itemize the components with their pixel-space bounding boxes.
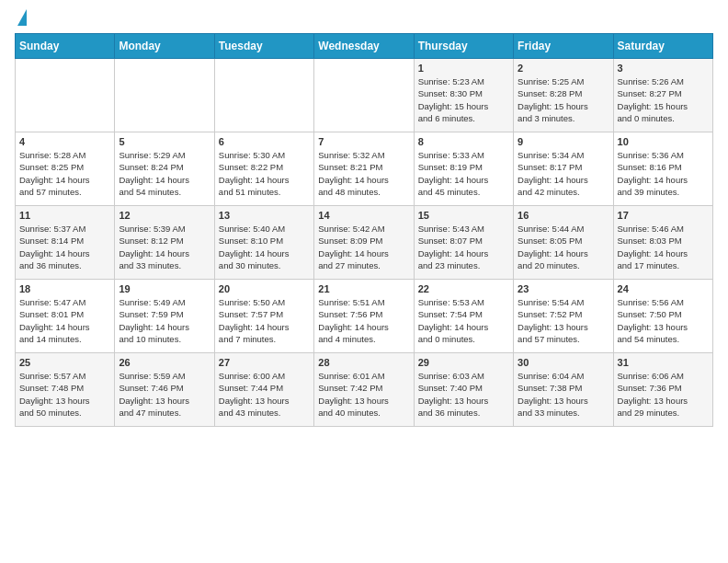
day-header-monday: Monday (115, 34, 214, 59)
calendar-cell: 15Sunrise: 5:43 AMSunset: 8:07 PMDayligh… (414, 206, 513, 280)
day-info: Sunrise: 5:25 AMSunset: 8:28 PMDaylight:… (518, 75, 609, 124)
calendar-cell: 29Sunrise: 6:03 AMSunset: 7:40 PMDayligh… (414, 353, 513, 427)
logo (15, 15, 27, 26)
day-info: Sunrise: 5:30 AMSunset: 8:22 PMDaylight:… (219, 149, 310, 198)
calendar-cell: 22Sunrise: 5:53 AMSunset: 7:54 PMDayligh… (414, 280, 513, 353)
day-number: 2 (518, 63, 609, 74)
day-number: 10 (618, 136, 709, 147)
day-number: 11 (19, 210, 110, 221)
calendar-cell: 25Sunrise: 5:57 AMSunset: 7:48 PMDayligh… (16, 353, 115, 427)
calendar-cell: 13Sunrise: 5:40 AMSunset: 8:10 PMDayligh… (214, 206, 313, 280)
calendar-cell: 12Sunrise: 5:39 AMSunset: 8:12 PMDayligh… (115, 206, 214, 280)
calendar-cell: 2Sunrise: 5:25 AMSunset: 8:28 PMDaylight… (514, 59, 613, 132)
day-info: Sunrise: 5:56 AMSunset: 7:50 PMDaylight:… (618, 296, 709, 345)
calendar-cell: 18Sunrise: 5:47 AMSunset: 8:01 PMDayligh… (16, 280, 115, 353)
day-number: 27 (219, 357, 310, 368)
calendar-header-row: SundayMondayTuesdayWednesdayThursdayFrid… (16, 34, 713, 59)
day-info: Sunrise: 5:23 AMSunset: 8:30 PMDaylight:… (418, 75, 509, 124)
calendar-cell: 19Sunrise: 5:49 AMSunset: 7:59 PMDayligh… (115, 280, 214, 353)
day-info: Sunrise: 6:03 AMSunset: 7:40 PMDaylight:… (418, 370, 509, 419)
calendar-week-row: 4Sunrise: 5:28 AMSunset: 8:25 PMDaylight… (16, 132, 713, 206)
day-info: Sunrise: 5:59 AMSunset: 7:46 PMDaylight:… (119, 370, 210, 419)
calendar-table: SundayMondayTuesdayWednesdayThursdayFrid… (15, 33, 713, 427)
day-info: Sunrise: 5:50 AMSunset: 7:57 PMDaylight:… (219, 296, 310, 345)
calendar-cell: 31Sunrise: 6:06 AMSunset: 7:36 PMDayligh… (613, 353, 712, 427)
day-number: 12 (119, 210, 210, 221)
calendar-cell: 3Sunrise: 5:26 AMSunset: 8:27 PMDaylight… (613, 59, 712, 132)
day-number: 4 (19, 136, 110, 147)
day-number: 9 (518, 136, 609, 147)
day-info: Sunrise: 5:34 AMSunset: 8:17 PMDaylight:… (518, 149, 609, 198)
calendar-cell: 5Sunrise: 5:29 AMSunset: 8:24 PMDaylight… (115, 132, 214, 206)
day-info: Sunrise: 5:42 AMSunset: 8:09 PMDaylight:… (318, 223, 409, 271)
day-header-wednesday: Wednesday (314, 34, 414, 59)
day-info: Sunrise: 5:33 AMSunset: 8:19 PMDaylight:… (418, 149, 509, 198)
calendar-cell: 20Sunrise: 5:50 AMSunset: 7:57 PMDayligh… (214, 280, 313, 353)
calendar-cell: 30Sunrise: 6:04 AMSunset: 7:38 PMDayligh… (514, 353, 613, 427)
calendar-cell: 21Sunrise: 5:51 AMSunset: 7:56 PMDayligh… (314, 280, 414, 353)
calendar-cell (115, 59, 214, 132)
calendar-cell: 1Sunrise: 5:23 AMSunset: 8:30 PMDaylight… (414, 59, 513, 132)
day-info: Sunrise: 5:54 AMSunset: 7:52 PMDaylight:… (518, 296, 609, 345)
day-number: 20 (219, 283, 310, 294)
calendar-cell: 11Sunrise: 5:37 AMSunset: 8:14 PMDayligh… (16, 206, 115, 280)
day-info: Sunrise: 6:06 AMSunset: 7:36 PMDaylight:… (618, 370, 709, 419)
calendar-cell: 28Sunrise: 6:01 AMSunset: 7:42 PMDayligh… (314, 353, 414, 427)
day-info: Sunrise: 5:57 AMSunset: 7:48 PMDaylight:… (19, 370, 110, 419)
calendar-week-row: 18Sunrise: 5:47 AMSunset: 8:01 PMDayligh… (16, 280, 713, 353)
calendar-cell (16, 59, 115, 132)
day-header-sunday: Sunday (16, 34, 115, 59)
calendar-cell: 4Sunrise: 5:28 AMSunset: 8:25 PMDaylight… (16, 132, 115, 206)
calendar-cell: 27Sunrise: 6:00 AMSunset: 7:44 PMDayligh… (214, 353, 313, 427)
day-number: 13 (219, 210, 310, 221)
calendar-cell: 17Sunrise: 5:46 AMSunset: 8:03 PMDayligh… (613, 206, 712, 280)
day-number: 26 (119, 357, 210, 368)
day-number: 25 (19, 357, 110, 368)
day-number: 23 (518, 283, 609, 294)
calendar-cell: 16Sunrise: 5:44 AMSunset: 8:05 PMDayligh… (514, 206, 613, 280)
day-info: Sunrise: 5:49 AMSunset: 7:59 PMDaylight:… (119, 296, 210, 345)
day-info: Sunrise: 6:04 AMSunset: 7:38 PMDaylight:… (518, 370, 609, 419)
day-info: Sunrise: 6:01 AMSunset: 7:42 PMDaylight:… (318, 370, 409, 419)
day-number: 16 (518, 210, 609, 221)
day-header-friday: Friday (514, 34, 613, 59)
day-header-tuesday: Tuesday (214, 34, 313, 59)
day-number: 31 (618, 357, 709, 368)
calendar-week-row: 11Sunrise: 5:37 AMSunset: 8:14 PMDayligh… (16, 206, 713, 280)
day-number: 14 (318, 210, 409, 221)
calendar-cell: 9Sunrise: 5:34 AMSunset: 8:17 PMDaylight… (514, 132, 613, 206)
page-header (15, 15, 713, 26)
day-info: Sunrise: 5:46 AMSunset: 8:03 PMDaylight:… (618, 223, 709, 271)
day-number: 1 (418, 63, 509, 74)
day-info: Sunrise: 5:43 AMSunset: 8:07 PMDaylight:… (418, 223, 509, 271)
day-number: 18 (19, 283, 110, 294)
calendar-cell (314, 59, 414, 132)
calendar-cell: 6Sunrise: 5:30 AMSunset: 8:22 PMDaylight… (214, 132, 313, 206)
day-number: 21 (318, 283, 409, 294)
day-header-thursday: Thursday (414, 34, 513, 59)
calendar-week-row: 1Sunrise: 5:23 AMSunset: 8:30 PMDaylight… (16, 59, 713, 132)
day-number: 28 (318, 357, 409, 368)
day-number: 24 (618, 283, 709, 294)
day-info: Sunrise: 5:40 AMSunset: 8:10 PMDaylight:… (219, 223, 310, 271)
day-number: 19 (119, 283, 210, 294)
calendar-cell (214, 59, 313, 132)
day-info: Sunrise: 5:28 AMSunset: 8:25 PMDaylight:… (19, 149, 110, 198)
day-number: 8 (418, 136, 509, 147)
day-info: Sunrise: 5:47 AMSunset: 8:01 PMDaylight:… (19, 296, 110, 345)
day-number: 22 (418, 283, 509, 294)
day-info: Sunrise: 5:44 AMSunset: 8:05 PMDaylight:… (518, 223, 609, 271)
day-number: 29 (418, 357, 509, 368)
calendar-cell: 10Sunrise: 5:36 AMSunset: 8:16 PMDayligh… (613, 132, 712, 206)
calendar-cell: 26Sunrise: 5:59 AMSunset: 7:46 PMDayligh… (115, 353, 214, 427)
day-number: 15 (418, 210, 509, 221)
day-info: Sunrise: 6:00 AMSunset: 7:44 PMDaylight:… (219, 370, 310, 419)
calendar-week-row: 25Sunrise: 5:57 AMSunset: 7:48 PMDayligh… (16, 353, 713, 427)
calendar-cell: 24Sunrise: 5:56 AMSunset: 7:50 PMDayligh… (613, 280, 712, 353)
calendar-cell: 14Sunrise: 5:42 AMSunset: 8:09 PMDayligh… (314, 206, 414, 280)
calendar-cell: 8Sunrise: 5:33 AMSunset: 8:19 PMDaylight… (414, 132, 513, 206)
day-number: 17 (618, 210, 709, 221)
day-header-saturday: Saturday (613, 34, 712, 59)
day-info: Sunrise: 5:51 AMSunset: 7:56 PMDaylight:… (318, 296, 409, 345)
calendar-cell: 7Sunrise: 5:32 AMSunset: 8:21 PMDaylight… (314, 132, 414, 206)
